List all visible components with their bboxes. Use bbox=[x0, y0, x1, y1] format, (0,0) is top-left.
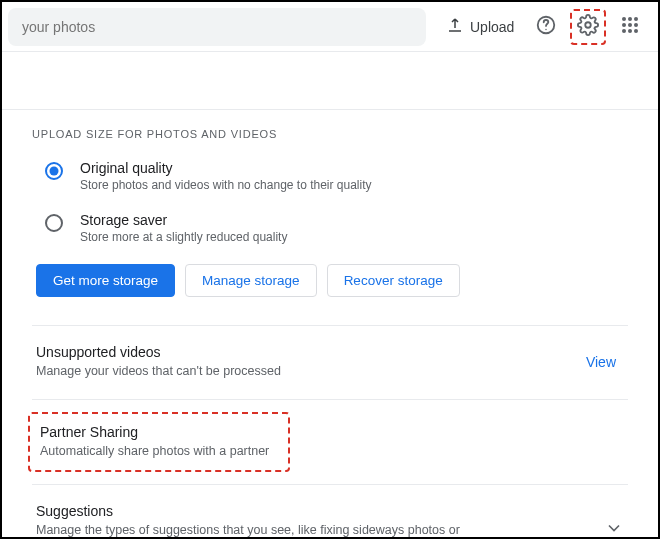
svg-point-5 bbox=[634, 17, 638, 21]
radio-title: Storage saver bbox=[80, 212, 287, 228]
upload-size-heading: UPLOAD SIZE FOR PHOTOS AND VIDEOS bbox=[32, 128, 628, 140]
chevron-down-icon bbox=[604, 518, 624, 539]
row-sub: Manage your videos that can't be process… bbox=[36, 363, 566, 381]
recover-storage-button[interactable]: Recover storage bbox=[327, 264, 460, 297]
row-sub: Automatically share photos with a partne… bbox=[40, 443, 278, 461]
svg-point-9 bbox=[622, 29, 626, 33]
search-box[interactable] bbox=[8, 8, 426, 46]
gear-icon bbox=[577, 14, 599, 40]
manage-storage-button[interactable]: Manage storage bbox=[185, 264, 317, 297]
search-input[interactable] bbox=[22, 19, 412, 35]
suggestions-row[interactable]: Suggestions Manage the types of suggesti… bbox=[32, 485, 628, 539]
svg-point-8 bbox=[634, 23, 638, 27]
radio-title: Original quality bbox=[80, 160, 372, 176]
apps-button[interactable] bbox=[612, 9, 648, 45]
radio-storage-saver[interactable]: Storage saver Store more at a slightly r… bbox=[32, 212, 628, 244]
svg-point-11 bbox=[634, 29, 638, 33]
upload-button[interactable]: Upload bbox=[438, 10, 522, 43]
radio-sub: Store more at a slightly reduced quality bbox=[80, 230, 287, 244]
storage-buttons: Get more storage Manage storage Recover … bbox=[32, 264, 628, 297]
partner-sharing-row[interactable]: Partner Sharing Automatically share phot… bbox=[32, 400, 628, 485]
app-header: Upload bbox=[2, 2, 658, 52]
settings-content: UPLOAD SIZE FOR PHOTOS AND VIDEOS Origin… bbox=[2, 52, 658, 539]
upload-label: Upload bbox=[470, 19, 514, 35]
svg-point-1 bbox=[546, 28, 547, 29]
view-link[interactable]: View bbox=[578, 354, 624, 370]
radio-original-quality[interactable]: Original quality Store photos and videos… bbox=[32, 160, 628, 192]
help-button[interactable] bbox=[528, 9, 564, 45]
partner-highlight: Partner Sharing Automatically share phot… bbox=[28, 412, 290, 473]
svg-point-10 bbox=[628, 29, 632, 33]
get-more-storage-button[interactable]: Get more storage bbox=[36, 264, 175, 297]
svg-point-3 bbox=[622, 17, 626, 21]
row-title: Partner Sharing bbox=[40, 424, 278, 440]
upload-icon bbox=[446, 16, 464, 37]
settings-button[interactable] bbox=[574, 13, 602, 41]
svg-point-6 bbox=[622, 23, 626, 27]
svg-point-4 bbox=[628, 17, 632, 21]
settings-highlight bbox=[570, 9, 606, 45]
radio-sub: Store photos and videos with no change t… bbox=[80, 178, 372, 192]
svg-point-14 bbox=[46, 215, 62, 231]
help-icon bbox=[535, 14, 557, 40]
svg-point-7 bbox=[628, 23, 632, 27]
svg-point-13 bbox=[50, 167, 59, 176]
row-sub: Manage the types of suggestions that you… bbox=[36, 522, 476, 539]
unsupported-videos-row: Unsupported videos Manage your videos th… bbox=[32, 326, 628, 399]
row-title: Unsupported videos bbox=[36, 344, 566, 360]
radio-unselected-icon bbox=[44, 213, 64, 233]
radio-selected-icon bbox=[44, 161, 64, 181]
row-title: Suggestions bbox=[36, 503, 592, 519]
svg-point-2 bbox=[585, 22, 591, 28]
apps-grid-icon bbox=[621, 16, 639, 38]
